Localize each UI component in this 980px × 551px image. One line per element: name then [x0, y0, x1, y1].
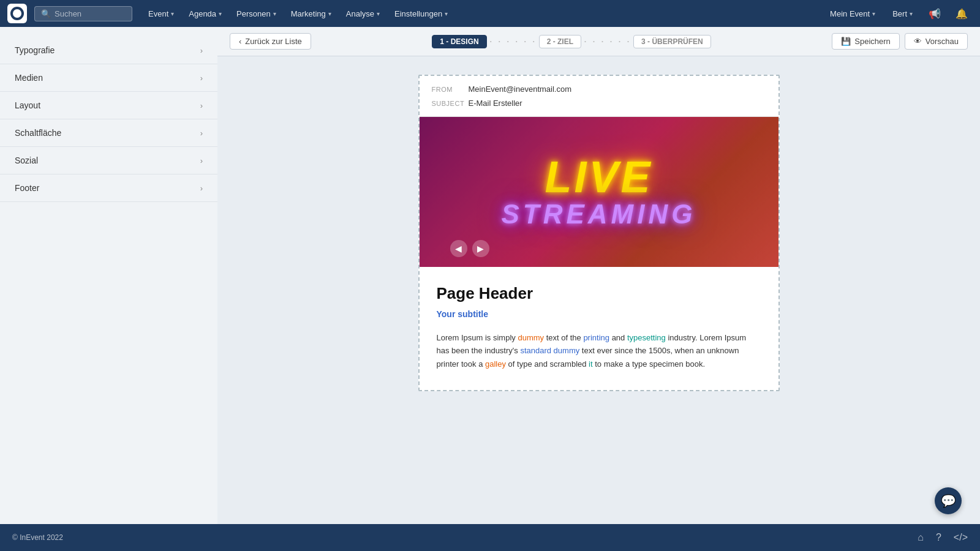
sidebar-item-sozial[interactable]: Sozial ›	[0, 147, 217, 174]
megaphone-icon[interactable]: 📢	[924, 6, 946, 22]
search-input[interactable]	[55, 9, 126, 18]
eye-icon: 👁	[914, 37, 922, 46]
content-area: ‹ Zurück zur Liste 1 - DESIGN · · · · · …	[217, 27, 980, 524]
chevron-down-icon: ▾	[219, 10, 222, 17]
chevron-down-icon: ▾	[273, 10, 276, 17]
code-icon[interactable]: </>	[954, 532, 968, 543]
sidebar-item-schaltflaeche[interactable]: Schaltfläche ›	[0, 119, 217, 147]
save-button[interactable]: 💾 Speichern	[832, 33, 900, 50]
top-navigation: 🔍 Event ▾ Agenda ▾ Personen ▾ Marketing …	[0, 0, 980, 27]
email-body-paragraph: Lorem Ipsum is simply dummy text of the …	[437, 331, 761, 370]
canvas-area: FROM MeinEvent@ineventmail.com SUBJECT E…	[217, 56, 980, 524]
help-icon[interactable]: ?	[936, 532, 941, 543]
sidebar-item-typografie[interactable]: Typografie ›	[0, 37, 217, 64]
sidebar-item-footer[interactable]: Footer ›	[0, 174, 217, 202]
hero-next-button[interactable]: ▶	[472, 240, 489, 257]
step-separator-2: · · · · · ·	[584, 35, 631, 48]
topnav-right: Mein Event ▾ Bert ▾ 📢 🔔	[824, 6, 973, 22]
email-page-header: Page Header	[437, 284, 761, 303]
chevron-right-icon: ›	[200, 73, 203, 83]
footer-bar: © InEvent 2022 ⌂ ? </>	[0, 524, 980, 551]
step-design[interactable]: 1 - DESIGN	[432, 35, 486, 48]
search-box[interactable]: 🔍	[34, 6, 132, 21]
step-ziel[interactable]: 2 - ZIEL	[539, 35, 581, 48]
chevron-right-icon: ›	[200, 46, 203, 55]
hero-neon-text: LIVE STREAMING	[502, 155, 696, 230]
footer-icons: ⌂ ? </>	[918, 532, 968, 543]
email-meta: FROM MeinEvent@ineventmail.com SUBJECT E…	[420, 76, 778, 117]
email-body: LIVE STREAMING ◀ ▶ Page Header Your subt…	[420, 117, 778, 390]
nav-item-einstellungen[interactable]: Einstellungen ▾	[388, 6, 454, 22]
nav-item-event[interactable]: Event ▾	[142, 6, 180, 22]
email-hero-image[interactable]: LIVE STREAMING ◀ ▶	[420, 117, 778, 267]
sidebar: Typografie › Medien › Layout › Schaltflä…	[0, 27, 217, 524]
chevron-down-icon: ▾	[328, 10, 331, 17]
highlight-dummy: dummy	[518, 333, 544, 342]
chevron-left-icon: ‹	[239, 37, 241, 46]
home-icon[interactable]: ⌂	[918, 532, 924, 543]
email-subject-row: SUBJECT E-Mail Ersteller	[432, 96, 766, 110]
back-button[interactable]: ‹ Zurück zur Liste	[230, 33, 311, 50]
footer-copyright: © InEvent 2022	[12, 533, 63, 542]
hero-controls: ◀ ▶	[450, 240, 489, 257]
email-preview: FROM MeinEvent@ineventmail.com SUBJECT E…	[418, 75, 780, 391]
chevron-right-icon: ›	[200, 101, 203, 110]
email-from-row: FROM MeinEvent@ineventmail.com	[432, 82, 766, 96]
save-icon: 💾	[841, 37, 851, 46]
highlight-typesetting: typesetting	[627, 333, 666, 342]
highlight-galley: galley	[485, 359, 506, 369]
chevron-down-icon: ▾	[171, 10, 174, 17]
hero-prev-button[interactable]: ◀	[450, 240, 467, 257]
chevron-down-icon: ▾	[910, 10, 913, 17]
logo[interactable]	[7, 4, 27, 23]
step-separator-1: · · · · · ·	[489, 35, 537, 48]
step-indicator: 1 - DESIGN · · · · · · 2 - ZIEL · · · · …	[432, 35, 710, 48]
chevron-down-icon: ▾	[377, 10, 380, 17]
nav-item-personen[interactable]: Personen ▾	[230, 6, 282, 22]
main-area: Typografie › Medien › Layout › Schaltflä…	[0, 27, 980, 524]
nav-item-marketing[interactable]: Marketing ▾	[285, 6, 337, 22]
nav-item-agenda[interactable]: Agenda ▾	[183, 6, 228, 22]
chat-bubble-button[interactable]: 💬	[935, 487, 962, 514]
highlight-it: it	[589, 359, 593, 369]
chevron-right-icon: ›	[200, 129, 203, 138]
user-menu-button[interactable]: Bert ▾	[886, 6, 919, 22]
search-icon: 🔍	[41, 9, 51, 18]
sidebar-item-layout[interactable]: Layout ›	[0, 92, 217, 119]
step-ueberpruefen[interactable]: 3 - ÜBERPRÜFEN	[633, 35, 711, 48]
subtoolbar: ‹ Zurück zur Liste 1 - DESIGN · · · · · …	[217, 27, 980, 56]
chevron-right-icon: ›	[200, 184, 203, 193]
preview-button[interactable]: 👁 Vorschau	[905, 33, 968, 50]
highlight-printing: printing	[583, 333, 609, 342]
sidebar-item-medien[interactable]: Medien ›	[0, 64, 217, 92]
chat-icon: 💬	[941, 493, 956, 508]
mein-event-button[interactable]: Mein Event ▾	[824, 6, 881, 22]
nav-item-analyse[interactable]: Analyse ▾	[340, 6, 386, 22]
highlight-standard: standard dummy	[520, 346, 579, 355]
toolbar-actions: 💾 Speichern 👁 Vorschau	[832, 33, 968, 50]
email-subtitle: Your subtitle	[437, 309, 761, 319]
chevron-right-icon: ›	[200, 156, 203, 165]
chevron-down-icon: ▾	[872, 10, 875, 17]
bell-icon[interactable]: 🔔	[951, 6, 973, 22]
email-text-content: Page Header Your subtitle Lorem Ipsum is…	[420, 267, 778, 390]
chevron-down-icon: ▾	[445, 10, 448, 17]
